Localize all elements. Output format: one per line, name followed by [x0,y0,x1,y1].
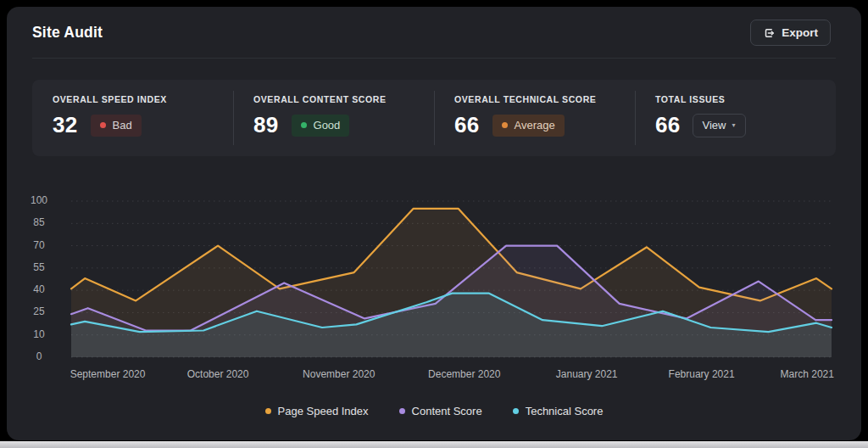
legend-label: Technical Score [526,405,604,417]
status-dot [502,122,508,128]
header-divider [32,58,836,59]
stat-value: 32 [53,112,78,138]
status-badge-good: Good [292,115,350,137]
legend-dot [513,408,519,414]
y-axis-label: 55 [24,261,54,273]
view-button-label: View [703,119,726,132]
view-issues-button[interactable]: View ▾ [693,114,746,137]
export-button-label: Export [782,26,818,39]
status-badge-bad: Bad [91,115,142,137]
stats-panel: OVERALL SPEED INDEX 32 Bad OVERALL CONTE… [32,80,836,156]
status-badge-average: Average [492,115,565,137]
badge-label: Average [515,119,555,132]
y-axis-label: 10 [24,328,54,340]
x-axis-label: March 2021 [781,368,834,380]
legend-label: Content Score [412,405,482,417]
chart-x-axis: September 2020October 2020November 2020D… [71,368,832,382]
legend-label: Page Speed Index [278,405,369,417]
chart-plot-area [71,201,832,357]
stat-value: 66 [655,112,681,138]
chart-y-axis: 1008570554025100 [24,201,54,357]
export-button[interactable]: Export [750,20,831,46]
stat-value: 66 [454,112,480,138]
x-axis-label: November 2020 [303,368,375,380]
legend-dot [399,408,405,414]
x-axis-label: January 2021 [556,368,618,380]
export-icon [763,27,775,39]
stat-overall-content-score: OVERALL CONTENT SCORE 89 Good [233,80,434,156]
y-axis-label: 70 [24,239,54,251]
page-title: Site Audit [32,24,103,42]
x-axis-label: December 2020 [428,368,500,380]
bottom-edge-strip [0,441,868,448]
legend-dot [265,408,271,414]
stat-value: 89 [253,112,279,138]
x-axis-label: October 2020 [187,368,249,380]
x-axis-label: September 2020 [70,368,146,380]
stat-overall-speed-index: OVERALL SPEED INDEX 32 Bad [32,80,233,156]
y-axis-label: 25 [24,305,54,317]
y-axis-label: 40 [24,283,54,295]
legend-item-technical-score[interactable]: Technical Score [513,405,604,417]
stat-label: OVERALL SPEED INDEX [53,94,225,104]
legend-item-page-speed-index[interactable]: Page Speed Index [265,405,369,417]
x-axis-label: February 2021 [669,368,735,380]
chart-legend: Page Speed IndexContent ScoreTechnical S… [7,405,861,417]
stat-label: TOTAL ISSUES [655,94,827,104]
stat-total-issues: TOTAL ISSUES 66 View ▾ [635,80,836,156]
badge-label: Bad [113,119,132,132]
y-axis-label: 100 [24,194,54,206]
legend-item-content-score[interactable]: Content Score [399,405,482,417]
stat-label: OVERALL TECHNICAL SCORE [454,94,626,104]
chevron-down-icon: ▾ [732,122,735,129]
stat-overall-technical-score: OVERALL TECHNICAL SCORE 66 Average [434,80,635,156]
y-axis-label: 85 [24,216,54,228]
site-audit-card: Site Audit Export OVERALL SPEED INDEX 32… [7,7,861,440]
y-axis-label: 0 [24,350,54,362]
badge-label: Good [314,119,341,132]
status-dot [301,122,307,128]
line-chart-svg [71,201,832,357]
stat-label: OVERALL CONTENT SCORE [253,94,426,104]
status-dot [100,122,106,128]
